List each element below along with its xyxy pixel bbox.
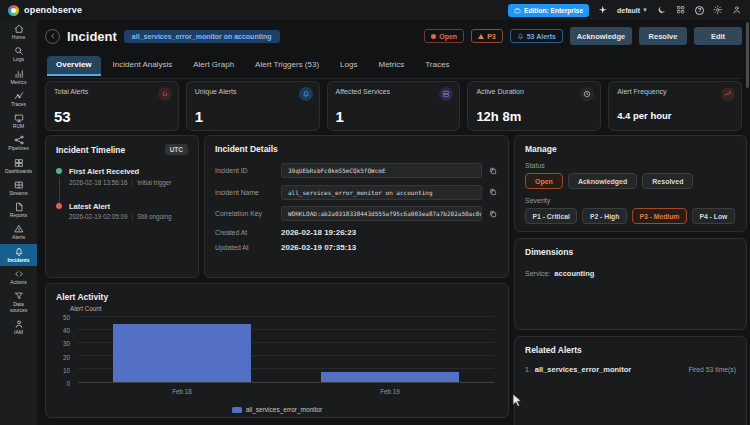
- chart-plot[interactable]: [78, 317, 494, 383]
- status-option-acknowledged[interactable]: Acknowledged: [568, 173, 637, 189]
- sidebar-item-home[interactable]: Home: [0, 21, 37, 43]
- tab-alert-graph[interactable]: Alert Graph: [184, 56, 243, 76]
- document-icon: [14, 202, 24, 212]
- account-icon[interactable]: [732, 5, 742, 15]
- incident-name-value: all_services_error_monitor on accounting: [281, 185, 482, 200]
- user-icon: [14, 319, 24, 329]
- sparkle-icon[interactable]: [598, 5, 608, 15]
- dimensions-title: Dimensions: [525, 247, 736, 257]
- tab-logs[interactable]: Logs: [331, 56, 366, 76]
- tab-overview[interactable]: Overview: [47, 56, 101, 76]
- status-option-open[interactable]: Open: [525, 173, 563, 189]
- chart-y-axis-label: Alert Count: [70, 305, 102, 312]
- dimension-row: Service: accounting: [525, 269, 736, 278]
- copy-icon[interactable]: [488, 187, 498, 197]
- edit-button[interactable]: Edit: [694, 27, 742, 45]
- sidebar-item-iam[interactable]: IAM: [0, 316, 37, 338]
- created-at-value: 2026-02-18 19:26:23: [281, 228, 356, 237]
- sidebar-item-actions[interactable]: Actions: [0, 266, 37, 288]
- copy-icon[interactable]: [488, 209, 498, 219]
- sidebar-item-pipelines[interactable]: Pipelines: [0, 132, 37, 154]
- stat-card-active-duration: Active Duration 12h 8m: [467, 81, 601, 131]
- tab-incident-analysis[interactable]: Incident Analysis: [104, 56, 182, 76]
- page-title: Incident: [67, 29, 117, 44]
- detail-row-incident-id: Incident ID 39qUEbRsbFc0kmS5mCQk5fQWcmE: [215, 163, 498, 178]
- stat-card-unique-alerts: Unique Alerts 1: [186, 81, 320, 131]
- gear-icon[interactable]: [713, 5, 723, 15]
- incident-timeline-panel: Incident Timeline UTC First Alert Receiv…: [45, 135, 199, 278]
- acknowledge-button[interactable]: Acknowledge: [570, 27, 632, 45]
- severity-label: Severity: [525, 197, 736, 204]
- table-icon: [14, 180, 24, 190]
- related-alert-row[interactable]: 1. all_services_error_monitor Fired 53 t…: [525, 365, 736, 374]
- status-label: Status: [525, 162, 736, 169]
- page-header: Incident all_services_error_monitor on a…: [45, 24, 742, 48]
- help-icon[interactable]: ?: [695, 6, 704, 15]
- manage-panel: Manage Status Open Acknowledged Resolved…: [514, 135, 747, 232]
- sidebar-item-traces[interactable]: Traces: [0, 88, 37, 110]
- chart-bar[interactable]: [113, 324, 250, 383]
- sidebar-item-alerts[interactable]: Alerts: [0, 221, 37, 243]
- sidebar-item-dashboards[interactable]: Dashboards: [0, 155, 37, 177]
- apps-icon[interactable]: [676, 5, 686, 15]
- back-button[interactable]: [45, 29, 60, 44]
- sidebar-item-streams[interactable]: Streams: [0, 177, 37, 199]
- sidebar-item-rum[interactable]: RUM: [0, 110, 37, 132]
- mouse-cursor: [512, 393, 523, 411]
- incident-name-badge: all_services_error_monitor on accounting: [124, 30, 280, 43]
- timeline-event-first-alert: First Alert Received 2026-02-18 13:56:16…: [56, 167, 188, 186]
- resolve-button[interactable]: Resolve: [639, 27, 687, 45]
- sidebar-item-data-sources[interactable]: Data sources: [0, 288, 37, 316]
- status-option-resolved[interactable]: Resolved: [642, 173, 693, 189]
- severity-options: P1 - Critical P2 - High P3 - Medium P4 -…: [525, 208, 736, 224]
- code-brackets-icon: [14, 269, 24, 279]
- search-icon: [14, 46, 24, 56]
- moon-icon[interactable]: [657, 5, 667, 15]
- org-selector[interactable]: default▼: [617, 7, 648, 14]
- app-window: openobserve Edition: Enterprise default▼…: [0, 0, 750, 425]
- stat-card-alert-frequency: Alert Frequency 4.4 per hour: [608, 81, 742, 131]
- alerts-count-badge: 53 Alerts: [510, 29, 563, 43]
- nodes-icon: [14, 135, 24, 145]
- open-status-badge: Open: [424, 29, 464, 43]
- sidebar: Home Logs Metrics Traces RUM Pipelines D…: [0, 20, 37, 425]
- chart-title: Alert Activity: [56, 292, 498, 302]
- sidebar-item-reports[interactable]: Reports: [0, 199, 37, 221]
- correlation-key-value: WORKLOAD:ab2a0318338443d555af95c6a003ea8…: [281, 206, 482, 221]
- warning-triangle-icon: [478, 34, 484, 39]
- details-title: Incident Details: [215, 144, 498, 154]
- chart-bar[interactable]: [321, 372, 458, 382]
- severity-option-p3[interactable]: P3 - Medium: [632, 208, 687, 224]
- severity-badge: P3: [471, 29, 503, 43]
- server-icon: [439, 87, 453, 101]
- sidebar-item-logs[interactable]: Logs: [0, 43, 37, 65]
- sidebar-item-incidents[interactable]: Incidents: [0, 244, 37, 266]
- chevron-down-icon: ▼: [642, 7, 648, 13]
- detail-row-correlation-key: Correlation Key WORKLOAD:ab2a0318338443d…: [215, 206, 498, 221]
- openobserve-logo-icon: [8, 5, 19, 16]
- tab-alert-triggers[interactable]: Alert Triggers (53): [246, 56, 328, 76]
- scrollbar[interactable]: [746, 22, 749, 88]
- sidebar-item-metrics[interactable]: Metrics: [0, 66, 37, 88]
- home-icon: [14, 24, 24, 34]
- tab-traces[interactable]: Traces: [416, 56, 458, 76]
- edition-enterprise-button[interactable]: Edition: Enterprise: [508, 4, 589, 17]
- main-content: Incident all_services_error_monitor on a…: [37, 20, 750, 425]
- flame-icon: [158, 87, 172, 101]
- incident-details-panel: Incident Details Incident ID 39qUEbRsbFc…: [204, 135, 509, 278]
- tab-metrics[interactable]: Metrics: [369, 56, 413, 76]
- stat-cards: Total Alerts 53 Unique Alerts 1 Affected…: [45, 81, 742, 131]
- detail-row-created-at: Created At 2026-02-18 19:26:23: [215, 228, 498, 237]
- briefcase-icon: [514, 7, 521, 14]
- severity-option-p2[interactable]: P2 - High: [582, 208, 626, 224]
- severity-option-p1[interactable]: P1 - Critical: [525, 208, 577, 224]
- severity-option-p4[interactable]: P4 - Low: [692, 208, 735, 224]
- detail-row-updated-at: Updated At 2026-02-19 07:35:13: [215, 243, 498, 252]
- dimensions-panel: Dimensions Service: accounting: [514, 238, 747, 330]
- bar-chart-icon: [14, 69, 24, 79]
- funnel-icon: [14, 291, 24, 301]
- chart-legend[interactable]: all_services_error_monitor: [46, 406, 508, 413]
- tab-bar: Overview Incident Analysis Alert Graph A…: [47, 56, 458, 76]
- copy-icon[interactable]: [488, 166, 498, 176]
- incident-id-value: 39qUEbRsbFc0kmS5mCQk5fQWcmE: [281, 163, 482, 178]
